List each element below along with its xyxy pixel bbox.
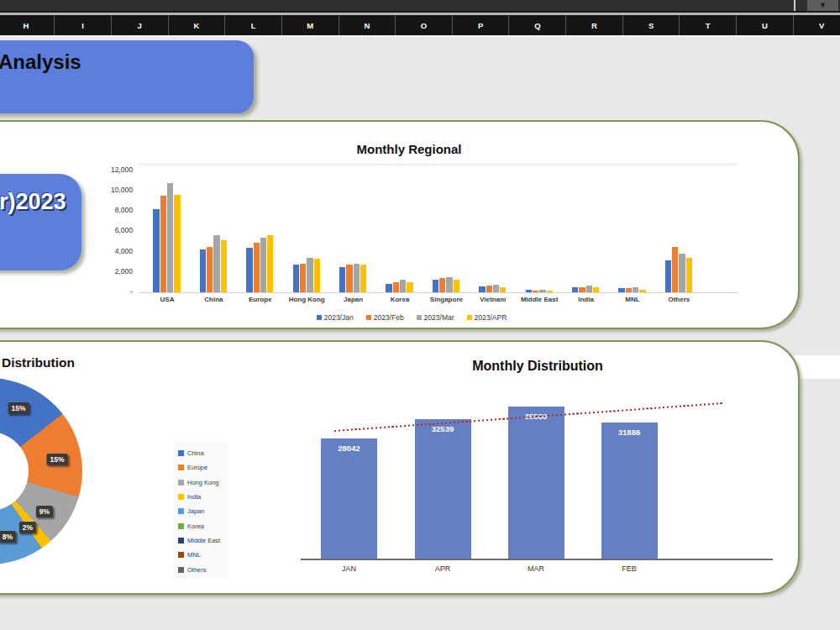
column-header-J[interactable]: J bbox=[112, 15, 169, 35]
regional-bar bbox=[267, 235, 273, 292]
period-banner-text: r)2023 bbox=[0, 189, 66, 215]
legend-swatch-icon bbox=[178, 552, 184, 558]
monthly-x-label: JAN bbox=[321, 564, 377, 573]
monthly-x-axis-line bbox=[301, 559, 773, 560]
column-header-P[interactable]: P bbox=[453, 15, 510, 35]
monthly-chart-title: Monthly Distribution bbox=[378, 359, 697, 374]
column-header-I[interactable]: I bbox=[55, 15, 112, 35]
regional-x-label: Korea bbox=[375, 296, 425, 303]
period-banner[interactable]: r)2023 bbox=[0, 174, 81, 270]
excel-dashboard: ▼ HIJKLMNOPQRSTUV Analysis r)2023 Monthl… bbox=[0, 0, 840, 630]
column-header-V[interactable]: V bbox=[794, 15, 840, 35]
legend-label: China bbox=[187, 449, 204, 457]
regional-bar bbox=[672, 247, 678, 292]
donut-legend[interactable]: ChinaEuropeHong KongIndiaJapanKoreaMiddl… bbox=[173, 442, 228, 578]
donut-legend-item: China bbox=[178, 446, 228, 460]
column-header-S[interactable]: S bbox=[623, 15, 680, 35]
regional-bar bbox=[207, 247, 213, 292]
regional-bar bbox=[346, 265, 352, 292]
regional-bar bbox=[633, 287, 638, 292]
regional-y-tick: 12,000 bbox=[96, 165, 133, 174]
regional-bar bbox=[213, 235, 219, 292]
regional-bar bbox=[626, 288, 632, 292]
column-header-K[interactable]: K bbox=[169, 15, 226, 35]
regional-bar bbox=[354, 264, 360, 292]
regional-y-tick: 4,000 bbox=[96, 247, 133, 255]
regional-legend-item: 2023/Mar bbox=[417, 313, 454, 322]
donut-label-japan: 8% bbox=[0, 531, 16, 543]
regional-bar bbox=[339, 267, 345, 292]
pane-divider bbox=[794, 0, 795, 11]
regional-y-tick: 6,000 bbox=[96, 226, 133, 234]
column-header-U[interactable]: U bbox=[737, 15, 794, 35]
regional-x-label: Hong Kong bbox=[281, 296, 332, 303]
regional-bar bbox=[153, 209, 159, 292]
legend-label: Korea bbox=[187, 522, 204, 530]
donut-legend-item: Japan bbox=[178, 504, 228, 518]
regional-bar bbox=[579, 287, 585, 292]
regional-bar bbox=[500, 287, 506, 292]
regional-x-label: India bbox=[561, 296, 612, 303]
regional-bar bbox=[446, 277, 452, 292]
monthly-bar bbox=[508, 407, 564, 559]
regional-bar bbox=[439, 278, 445, 292]
donut-legend-item: MNL bbox=[178, 548, 228, 562]
header-bottom-line bbox=[0, 35, 840, 37]
regional-bar bbox=[360, 265, 366, 292]
regional-y-tick: 2,000 bbox=[96, 267, 133, 276]
monthly-x-label: APR bbox=[415, 564, 471, 573]
column-header-O[interactable]: O bbox=[396, 15, 453, 35]
legend-swatch-icon bbox=[178, 465, 184, 470]
column-header-R[interactable]: R bbox=[566, 15, 623, 35]
regional-bar bbox=[639, 290, 645, 292]
regional-legend[interactable]: 2023/Jan2023/Feb2023/Mar2023/APR bbox=[244, 313, 580, 322]
monthly-bar-value: 28042 bbox=[321, 444, 377, 453]
regional-bar bbox=[479, 286, 485, 292]
column-header-N[interactable]: N bbox=[339, 15, 396, 35]
caret-down-icon: ▼ bbox=[819, 2, 827, 9]
legend-label: 2023/Feb bbox=[374, 313, 404, 322]
donut-legend-item: India bbox=[178, 490, 228, 504]
legend-label: Europe bbox=[187, 464, 207, 471]
regional-bar bbox=[246, 248, 252, 292]
legend-swatch-icon bbox=[178, 450, 184, 456]
regional-bar bbox=[665, 260, 671, 292]
legend-label: 2023/APR bbox=[475, 313, 507, 322]
legend-swatch-icon bbox=[317, 315, 322, 320]
regional-bar bbox=[314, 259, 320, 292]
regional-bar bbox=[167, 183, 173, 292]
regional-bar bbox=[679, 254, 685, 292]
column-header-L[interactable]: L bbox=[225, 15, 282, 35]
regional-x-label: China bbox=[188, 296, 239, 303]
regional-bar bbox=[200, 249, 206, 292]
top-scrollbar-strip bbox=[0, 0, 840, 13]
donut-legend-item: Europe bbox=[178, 460, 228, 475]
regional-bar bbox=[493, 285, 499, 292]
column-header-Q[interactable]: Q bbox=[510, 15, 567, 35]
regional-bar bbox=[486, 286, 492, 292]
column-header-M[interactable]: M bbox=[282, 15, 339, 35]
legend-label: MNL bbox=[187, 551, 201, 559]
regional-chart-title: Monthly Regional bbox=[252, 142, 566, 156]
regional-bar bbox=[386, 284, 391, 292]
dashboard-title-banner[interactable]: Analysis bbox=[0, 40, 254, 113]
legend-label: India bbox=[187, 493, 201, 501]
regional-legend-item: 2023/Feb bbox=[366, 313, 404, 322]
regional-bar bbox=[593, 287, 599, 292]
regional-bar bbox=[533, 291, 538, 292]
dashboard-title-text: Analysis bbox=[0, 50, 81, 74]
column-header-T[interactable]: T bbox=[680, 15, 737, 35]
donut-legend-item: Others bbox=[178, 562, 228, 576]
regional-bar bbox=[407, 282, 412, 292]
regional-plot-area[interactable]: USAChinaEuropeHong KongJapanKoreaSingapo… bbox=[139, 164, 738, 293]
monthly-x-label: FEB bbox=[601, 564, 658, 573]
scroll-down-button[interactable]: ▼ bbox=[807, 0, 838, 11]
regional-y-tick: 8,000 bbox=[96, 206, 133, 214]
regional-bar bbox=[393, 282, 399, 292]
regional-bar bbox=[174, 195, 180, 292]
legend-swatch-icon bbox=[467, 315, 472, 320]
donut-label-india: 2% bbox=[19, 522, 36, 533]
column-header-H[interactable]: H bbox=[0, 15, 55, 35]
regional-bar bbox=[300, 264, 306, 292]
regional-y-tick: - bbox=[96, 287, 133, 296]
